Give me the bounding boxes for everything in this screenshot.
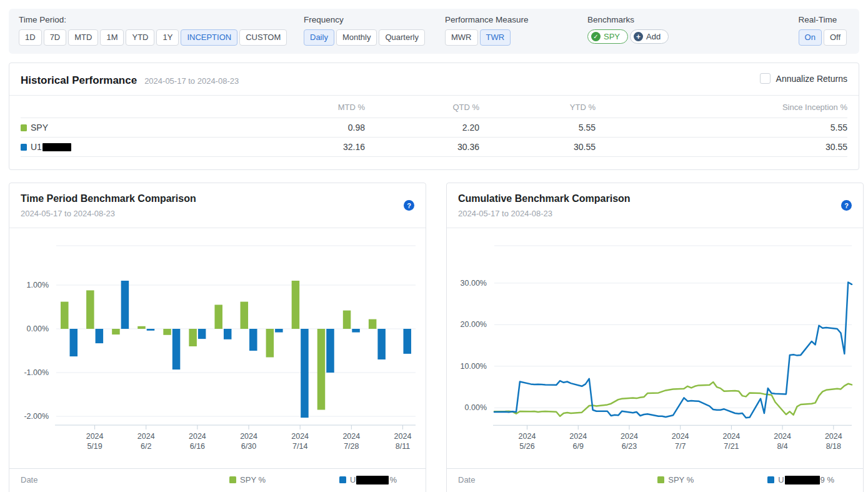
line-chart-legend: SPY % U9 % (657, 475, 852, 484)
help-icon[interactable]: ? (404, 200, 414, 211)
benchmark-spy-text: SPY (604, 32, 620, 41)
bar-spy (369, 319, 377, 329)
real-time-group: Real-Time On Off (799, 15, 847, 46)
x-axis-label-year: 2024 (394, 432, 412, 441)
time-period-inception-button[interactable]: INCEPTION (181, 29, 237, 46)
measure-mwr-button[interactable]: MWR (445, 29, 478, 46)
column-name-blank (21, 98, 246, 118)
bar-spy (292, 281, 300, 329)
frequency-monthly-button[interactable]: Monthly (336, 29, 377, 46)
toolbar: Time Period: 1D 7D MTD 1M YTD 1Y INCEPTI… (9, 9, 859, 54)
x-axis-label-year: 2024 (621, 432, 638, 441)
time-period-group: Time Period: 1D 7D MTD 1M YTD 1Y INCEPTI… (19, 15, 287, 46)
bar-benchmark (96, 329, 104, 343)
line-chart-footer: Date SPY % U9 % (447, 468, 863, 491)
column-qtd: QTD % (365, 98, 479, 118)
historical-title: Historical Performance (21, 74, 137, 87)
time-period-ytd-button[interactable]: YTD (126, 29, 154, 46)
time-period-custom-button[interactable]: CUSTOM (239, 29, 287, 46)
bar-benchmark (121, 281, 129, 329)
bar-spy (214, 305, 222, 329)
x-axis-label-year: 2024 (86, 432, 104, 441)
x-axis-label-date: 8/11 (396, 442, 410, 451)
bar-spy (266, 329, 274, 358)
time-period-mtd-button[interactable]: MTD (68, 29, 98, 46)
column-since-inception: Since Inception % (596, 98, 847, 118)
x-axis-label-date: 8/4 (777, 442, 787, 451)
bar-spy (241, 302, 249, 329)
benchmark-add-button[interactable]: + Add (630, 29, 669, 44)
x-axis-label-year: 2024 (672, 432, 689, 441)
spy-color-swatch (21, 124, 27, 131)
x-axis-label-year: 2024 (774, 432, 791, 441)
benchmark-color-swatch (21, 144, 27, 151)
x-axis-label-date: 6/23 (622, 442, 637, 451)
x-axis-label-date: 8/18 (826, 442, 841, 451)
measure-twr-button[interactable]: TWR (480, 29, 511, 46)
x-axis-label-year: 2024 (291, 432, 309, 441)
x-axis-label-date: 7/7 (675, 442, 686, 451)
bar-benchmark (377, 329, 386, 359)
bar-spy (343, 311, 351, 329)
spy-legend-text: SPY % (668, 475, 694, 484)
annualize-checkbox[interactable] (760, 73, 771, 84)
annualize-returns-control[interactable]: Annualize Returns (760, 73, 847, 84)
real-time-off-button[interactable]: Off (824, 29, 847, 46)
line-chart-canvas[interactable]: 30.00%20.00%10.00%0.00%20245/2620246/920… (447, 228, 863, 468)
frequency-quarterly-button[interactable]: Quarterly (379, 29, 424, 46)
y-axis-label: 1.00% (27, 281, 49, 289)
bar-spy (137, 326, 146, 329)
bar-benchmark (198, 329, 206, 339)
x-axis-label-year: 2024 (825, 432, 842, 441)
x-axis-label-year: 2024 (342, 432, 360, 441)
bar-benchmark (326, 329, 334, 373)
bar-benchmark (275, 329, 283, 333)
redaction-box (42, 143, 71, 151)
spy-inception-value: 5.55 (596, 118, 847, 138)
benchmark-inception-value: 30.55 (596, 138, 847, 157)
y-axis-label: 20.00% (461, 320, 487, 329)
bar-spy (112, 329, 120, 334)
benchmark-spy-pill[interactable]: ✓ SPY (587, 29, 628, 44)
real-time-label: Real-Time (799, 15, 847, 24)
column-ytd: YTD % (479, 98, 596, 118)
spy-legend-text: SPY % (240, 475, 266, 484)
bar-benchmark (224, 329, 232, 339)
help-icon[interactable]: ? (841, 200, 852, 211)
benchmark-legend-swatch (767, 476, 774, 483)
legend-spy[interactable]: SPY % (229, 475, 266, 484)
benchmark-legend-suffix: 9 % (821, 475, 834, 484)
benchmarks-label: Benchmarks (587, 15, 669, 24)
time-period-7d-button[interactable]: 7D (44, 29, 67, 46)
column-mtd: MTD % (246, 98, 365, 118)
benchmark-legend-prefix: U (350, 475, 356, 484)
x-axis-label-year: 2024 (240, 432, 257, 441)
bar-chart-canvas[interactable]: 1.00%0.00%-1.00%-2.00%20245/1920246/2202… (9, 228, 426, 468)
x-axis-label-year: 2024 (519, 432, 536, 441)
performance-measure-label: Performance Measure (445, 15, 529, 24)
bar-benchmark (249, 329, 257, 351)
time-period-1m-button[interactable]: 1M (100, 29, 124, 46)
frequency-daily-button[interactable]: Daily (304, 29, 334, 46)
x-axis-label-date: 5/19 (87, 442, 102, 451)
spy-mtd-value: 0.98 (246, 118, 365, 138)
time-period-1y-button[interactable]: 1Y (156, 29, 179, 46)
line-spy (494, 382, 852, 416)
historical-header: Historical Performance 2024-05-17 to 202… (9, 63, 859, 96)
line-benchmark (494, 283, 852, 418)
spy-legend-swatch (229, 476, 236, 483)
x-axis-label-year: 2024 (137, 432, 155, 441)
bar-spy (61, 302, 69, 329)
time-period-1d-button[interactable]: 1D (19, 29, 42, 46)
redaction-box (785, 476, 820, 484)
y-axis-label: -2.00% (24, 412, 49, 421)
bar-benchmark (172, 329, 181, 369)
x-axis-title: Date (21, 475, 37, 484)
legend-spy[interactable]: SPY % (657, 475, 694, 484)
legend-benchmark[interactable]: U9 % (767, 475, 834, 484)
real-time-on-button[interactable]: On (799, 29, 822, 46)
line-chart-header: Cumulative Benchmark Comparison 2024-05-… (447, 183, 863, 228)
bar-chart-body: 1.00%0.00%-1.00%-2.00%20245/1920246/2202… (9, 228, 426, 468)
bar-benchmark (403, 329, 411, 354)
legend-benchmark[interactable]: U % (339, 475, 397, 484)
